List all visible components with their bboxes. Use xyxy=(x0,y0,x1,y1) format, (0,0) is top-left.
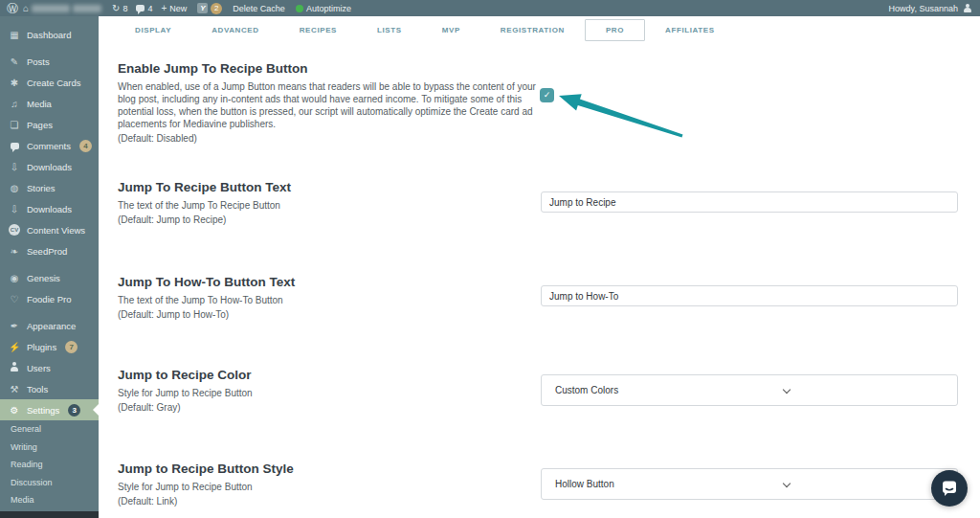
site-name-redacted xyxy=(32,5,70,12)
site-name-link[interactable]: ⌂ xyxy=(23,4,101,13)
comments-icon xyxy=(136,5,145,11)
tab-display[interactable]: DISPLAY xyxy=(115,20,191,40)
sidebar-item-downloads-2[interactable]: ⇩ Downloads xyxy=(0,198,99,219)
selected-option: Hollow Button xyxy=(555,479,614,489)
sidebar-item-downloads[interactable]: ⇩ Downloads xyxy=(0,156,99,177)
sidebar-subitem-discussion[interactable]: Discussion xyxy=(0,474,99,492)
new-content-button[interactable]: + New xyxy=(161,4,187,13)
intercom-launcher[interactable] xyxy=(931,470,968,507)
sidebar-item-genesis[interactable]: ◉ Genesis xyxy=(0,267,99,288)
plus-icon: + xyxy=(161,4,167,13)
sidebar-label: Comments xyxy=(27,141,71,151)
setting-title: Jump To How-To Button Text xyxy=(118,275,558,289)
sidebar-item-users[interactable]: Users xyxy=(0,357,99,378)
tab-registration[interactable]: REGISTRATION xyxy=(480,20,585,40)
admin-bar: Ⓦ ⌂ ↻ 8 4 + New Y 2 Delete Cache Autopti… xyxy=(0,0,980,16)
sidebar-item-media[interactable]: ♫ Media xyxy=(0,93,99,114)
download-icon: ⇩ xyxy=(9,204,20,214)
jump-to-howto-text-input[interactable] xyxy=(541,285,958,306)
updates-icon: ↻ xyxy=(112,4,120,13)
comments-count-badge: 4 xyxy=(79,140,92,152)
jump-recipe-color-select[interactable]: Custom Colors xyxy=(541,374,958,406)
setting-default: (Default: Jump to Recipe) xyxy=(118,214,558,225)
sidebar-label: SeedProd xyxy=(27,246,67,257)
setting-title: Jump to Recipe Button Style xyxy=(118,462,558,476)
setting-default: (Default: Link) xyxy=(118,496,558,507)
setting-row-jump-recipe-text: Jump To Recipe Button Text The text of t… xyxy=(118,180,558,225)
dashboard-icon: ▦ xyxy=(9,30,20,40)
settings-count-badge: 3 xyxy=(68,404,80,417)
tab-mvp[interactable]: MVP xyxy=(422,20,480,40)
setting-description: The text of the Jump To Recipe Button xyxy=(118,199,553,212)
tab-lists[interactable]: LISTS xyxy=(357,20,422,40)
setting-description: When enabled, use of a Jump Button means… xyxy=(118,80,553,130)
comments-count: 4 xyxy=(147,4,152,13)
sidebar-label: Media xyxy=(27,99,52,109)
user-icon xyxy=(9,362,20,374)
home-icon: ⌂ xyxy=(23,4,29,13)
avatar-icon[interactable] xyxy=(962,3,972,13)
sidebar-label: Downloads xyxy=(27,162,72,172)
tab-affiliates[interactable]: AFFILIATES xyxy=(645,20,735,40)
sidebar-item-tools[interactable]: ⚒ Tools xyxy=(0,378,99,399)
sidebar-item-appearance[interactable]: ✒ Appearance xyxy=(0,315,99,336)
plugin-icon: ⚡ xyxy=(9,342,20,352)
sidebar-label: Posts xyxy=(27,56,50,67)
sidebar-subitem-media[interactable]: Media xyxy=(0,491,99,509)
chevron-down-icon xyxy=(783,480,791,487)
sidebar-subitem-writing[interactable]: Writing xyxy=(0,439,99,457)
sidebar-label: Stories xyxy=(27,183,56,193)
chevron-down-icon xyxy=(783,386,791,394)
sidebar-item-foodie-pro[interactable]: ♡ Foodie Pro xyxy=(0,288,99,309)
active-item-notch xyxy=(93,404,99,416)
yoast-menu[interactable]: Y 2 xyxy=(197,3,222,14)
delete-cache-label: Delete Cache xyxy=(233,4,285,13)
sidebar-subitem-general[interactable]: General xyxy=(0,420,99,439)
setting-title: Enable Jump To Recipe Button xyxy=(118,61,558,76)
sidebar-label: Appearance xyxy=(27,321,76,331)
sidebar-item-pages[interactable]: ❏ Pages xyxy=(0,114,99,135)
updates-link[interactable]: ↻ 8 xyxy=(112,4,127,13)
sidebar-item-plugins[interactable]: ⚡ Plugins 7 xyxy=(0,336,99,357)
leaf-icon: ❧ xyxy=(9,246,20,257)
sidebar-item-create-cards[interactable]: ✱ Create Cards xyxy=(0,72,99,93)
jump-to-recipe-text-input[interactable] xyxy=(541,191,958,213)
tab-recipes[interactable]: RECIPES xyxy=(279,20,357,40)
settings-sliders-icon: ⚙ xyxy=(9,405,20,416)
download-icon: ⇩ xyxy=(9,162,20,172)
delete-cache-button[interactable]: Delete Cache xyxy=(233,4,285,13)
sidebar-label: Dashboard xyxy=(27,30,71,40)
wordpress-logo-icon: Ⓦ xyxy=(7,3,18,14)
wordpress-menu[interactable]: Ⓦ xyxy=(7,3,18,14)
comments-link[interactable]: 4 xyxy=(136,4,152,13)
sidebar-item-settings[interactable]: ⚙ Settings 3 xyxy=(0,399,99,420)
setting-description: Style for Jump to Recipe Button xyxy=(118,481,553,493)
new-label: New xyxy=(169,4,187,13)
sidebar-label: Genesis xyxy=(27,273,60,283)
sidebar-subitem-reading[interactable]: Reading xyxy=(0,456,99,474)
tab-pro[interactable]: PRO xyxy=(585,19,645,41)
sidebar-item-content-views[interactable]: CV Content Views xyxy=(0,219,99,240)
jump-recipe-style-select[interactable]: Hollow Button xyxy=(541,468,958,500)
sidebar-item-comments[interactable]: Comments 4 xyxy=(0,135,99,156)
autoptimize-menu[interactable]: Autoptimize xyxy=(296,4,351,13)
setting-default: (Default: Gray) xyxy=(118,402,558,413)
updates-count: 8 xyxy=(122,4,127,13)
media-icon: ♫ xyxy=(9,99,20,109)
sidebar-item-posts[interactable]: ✎ Posts xyxy=(0,51,99,72)
sidebar-item-stories[interactable]: ◍ Stories xyxy=(0,177,99,198)
sidebar-label: Tools xyxy=(27,384,48,394)
howdy-account-link[interactable]: Howdy, Susannah xyxy=(889,4,958,13)
setting-title: Jump to Recipe Color xyxy=(118,368,558,382)
yoast-notification-badge: 2 xyxy=(211,3,222,14)
sidebar-item-seedprod[interactable]: ❧ SeedProd xyxy=(0,240,99,261)
autoptimize-status-icon xyxy=(296,5,303,12)
sidebar-label: Plugins xyxy=(27,342,56,352)
sidebar-item-dashboard[interactable]: ▦ Dashboard xyxy=(0,24,99,45)
tools-icon: ⚒ xyxy=(9,384,20,394)
create-cards-icon: ✱ xyxy=(9,78,20,88)
tab-advanced[interactable]: ADVANCED xyxy=(191,20,279,40)
enable-jump-checkbox[interactable] xyxy=(540,88,554,102)
plugins-count-badge: 7 xyxy=(65,341,78,353)
pushpin-icon: ✎ xyxy=(9,56,20,67)
